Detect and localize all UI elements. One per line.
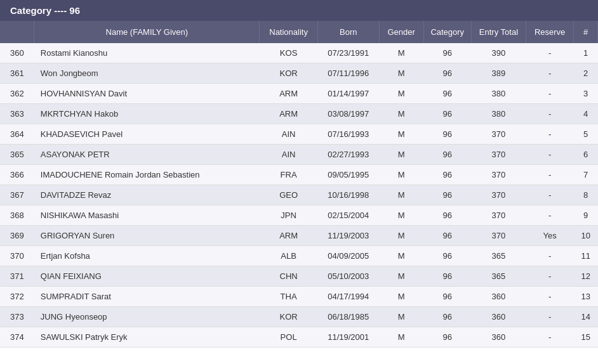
col-header-nationality: Nationality [260,21,317,43]
cell-name: QIAN FEIXIANG [34,266,260,287]
table-row: 365ASAYONAK PETRAIN02/27/1993M96370-6 [0,145,598,165]
cell-name: KHADASEVICH Pavel [34,124,260,145]
cell-num: 367 [0,185,34,205]
cell-name: JUNG Hyeonseop [34,307,260,327]
table-row: 363MKRTCHYAN HakobARM03/08/1997M96380-4 [0,104,598,124]
col-header-num [0,21,34,43]
cell-gender: M [379,124,423,145]
table-row: 372SUMPRADIT SaratTHA04/17/1994M96360-13 [0,287,598,307]
cell-category: 96 [423,124,471,145]
cell-name: DAVITADZE Revaz [34,185,260,205]
cell-entry: 380 [471,84,526,104]
cell-reserve: - [526,307,573,327]
cell-reserve: - [526,145,573,165]
cell-category: 96 [423,63,471,84]
col-header-gender: Gender [379,21,423,43]
cell-reserve: - [526,104,573,124]
cell-name: Rostami Kianoshu [34,43,260,63]
cell-entry: 380 [471,104,526,124]
col-header-name: Name (FAMILY Given) [34,21,260,43]
cell-nationality: ARM [260,104,317,124]
cell-category: 96 [423,84,471,104]
table-row: 373JUNG HyeonseopKOR06/18/1985M96360-14 [0,307,598,327]
cell-hash: 13 [574,287,598,307]
cell-born: 06/18/1985 [317,307,379,327]
cell-entry: 370 [471,124,526,145]
cell-entry: 370 [471,205,526,226]
cell-name: Won Jongbeom [34,63,260,84]
cell-num: 373 [0,307,34,327]
cell-reserve: - [526,246,573,266]
cell-hash: 1 [574,43,598,63]
cell-name: SAWULSKI Patryk Eryk [34,327,260,348]
cell-reserve: - [526,266,573,287]
cell-category: 96 [423,205,471,226]
cell-gender: M [379,165,423,185]
col-header-hash: # [574,21,598,43]
cell-category: 96 [423,287,471,307]
cell-num: 374 [0,327,34,348]
table-row: 364KHADASEVICH PavelAIN07/16/1993M96370-… [0,124,598,145]
cell-nationality: ALB [260,246,317,266]
results-table: Name (FAMILY Given) Nationality Born Gen… [0,21,598,348]
cell-num: 360 [0,43,34,63]
cell-hash: 7 [574,165,598,185]
cell-reserve: - [526,43,573,63]
cell-entry: 370 [471,165,526,185]
cell-gender: M [379,84,423,104]
cell-hash: 11 [574,246,598,266]
cell-category: 96 [423,226,471,246]
cell-num: 363 [0,104,34,124]
cell-born: 01/14/1997 [317,84,379,104]
cell-gender: M [379,246,423,266]
cell-nationality: CHN [260,266,317,287]
table-row: 369GRIGORYAN SurenARM11/19/2003M96370Yes… [0,226,598,246]
cell-gender: M [379,145,423,165]
cell-nationality: GEO [260,185,317,205]
cell-born: 07/23/1991 [317,43,379,63]
cell-born: 04/17/1994 [317,287,379,307]
cell-category: 96 [423,165,471,185]
cell-reserve: Yes [526,226,573,246]
cell-reserve: - [526,124,573,145]
category-title: Category ---- 96 [10,5,80,16]
cell-reserve: - [526,287,573,307]
cell-born: 11/19/2001 [317,327,379,348]
cell-entry: 370 [471,226,526,246]
col-header-category: Category [423,21,471,43]
cell-num: 368 [0,205,34,226]
cell-hash: 2 [574,63,598,84]
col-header-reserve: Reserve [526,21,573,43]
cell-hash: 10 [574,226,598,246]
table-row: 361Won JongbeomKOR07/11/1996M96389-2 [0,63,598,84]
cell-entry: 389 [471,63,526,84]
cell-nationality: ARM [260,84,317,104]
cell-nationality: JPN [260,205,317,226]
cell-gender: M [379,43,423,63]
table-row: 367DAVITADZE RevazGEO10/16/1998M96370-8 [0,185,598,205]
cell-category: 96 [423,185,471,205]
cell-nationality: AIN [260,145,317,165]
table-row: 362HOVHANNISYAN DavitARM01/14/1997M96380… [0,84,598,104]
cell-nationality: KOR [260,63,317,84]
table-row: 371QIAN FEIXIANGCHN05/10/2003M96365-12 [0,266,598,287]
cell-name: NISHIKAWA Masashi [34,205,260,226]
cell-hash: 6 [574,145,598,165]
cell-num: 364 [0,124,34,145]
cell-num: 361 [0,63,34,84]
cell-born: 04/09/2005 [317,246,379,266]
cell-nationality: KOR [260,307,317,327]
cell-entry: 365 [471,246,526,266]
cell-entry: 360 [471,327,526,348]
cell-gender: M [379,226,423,246]
cell-entry: 370 [471,185,526,205]
category-header: Category ---- 96 [0,0,598,21]
cell-num: 366 [0,165,34,185]
cell-category: 96 [423,145,471,165]
cell-born: 07/11/1996 [317,63,379,84]
cell-reserve: - [526,185,573,205]
table-header-row: Name (FAMILY Given) Nationality Born Gen… [0,21,598,43]
table-row: 366IMADOUCHENE Romain Jordan SebastienFR… [0,165,598,185]
cell-gender: M [379,327,423,348]
cell-nationality: ARM [260,226,317,246]
